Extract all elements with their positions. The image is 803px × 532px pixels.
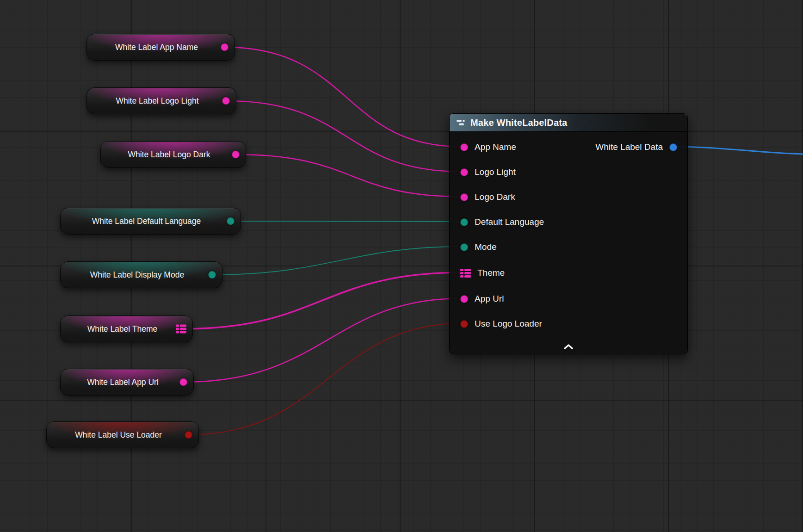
- node-get-white-label-display-mode[interactable]: White Label Display Mode: [60, 261, 222, 288]
- input-pin-string[interactable]: [460, 143, 468, 151]
- wire-logo-light[interactable]: [226, 101, 462, 172]
- node-label: White Label Theme: [61, 324, 192, 334]
- node-get-white-label-app-url[interactable]: White Label App Url: [60, 369, 194, 396]
- node-get-white-label-theme[interactable]: White Label Theme: [60, 315, 193, 342]
- pin-row-logo-dark: Logo Dark: [450, 188, 515, 206]
- node-label: White Label Use Loader: [47, 430, 198, 440]
- node-label: White Label Display Mode: [61, 270, 222, 280]
- wire-logo-dark[interactable]: [236, 155, 462, 197]
- pin-label: Logo Light: [475, 167, 516, 177]
- node-get-white-label-logo-dark[interactable]: White Label Logo Dark: [100, 141, 246, 168]
- pin-label: App Url: [475, 294, 504, 304]
- output-pin-string[interactable]: [222, 97, 230, 105]
- node-header[interactable]: Make WhiteLabelData: [450, 114, 687, 132]
- input-pin-string[interactable]: [460, 295, 468, 303]
- pin-label: App Name: [475, 142, 516, 152]
- node-get-white-label-default-language[interactable]: White Label Default Language: [60, 208, 241, 235]
- pin-label: White Label Data: [595, 142, 663, 152]
- output-pin-enum[interactable]: [208, 271, 216, 279]
- wire-app-name[interactable]: [225, 47, 462, 147]
- input-pin-struct-grid-icon[interactable]: [460, 269, 471, 278]
- collapse-chevron-icon[interactable]: [561, 343, 576, 350]
- node-get-white-label-logo-light[interactable]: White Label Logo Light: [86, 87, 236, 114]
- blueprint-canvas[interactable]: White Label App Name White Label Logo Li…: [0, 0, 803, 532]
- node-label: White Label Logo Light: [87, 96, 236, 106]
- pin-row-use-logo-loader: Use Logo Loader: [450, 315, 542, 333]
- pin-row-default-language: Default Language: [450, 213, 544, 231]
- node-get-white-label-app-name[interactable]: White Label App Name: [86, 34, 235, 61]
- pin-label: Logo Dark: [475, 192, 515, 202]
- input-pin-enum[interactable]: [460, 218, 468, 226]
- output-pin-string[interactable]: [221, 43, 229, 51]
- input-pin-bool[interactable]: [460, 320, 468, 328]
- output-pin-bool[interactable]: [185, 431, 192, 439]
- pin-row-logo-light: Logo Light: [450, 163, 516, 181]
- pin-row-white-label-data-output: White Label Data: [595, 138, 687, 156]
- pin-row-mode: Mode: [450, 238, 497, 256]
- pin-label: Use Logo Loader: [475, 319, 542, 329]
- pin-label: Mode: [475, 242, 497, 252]
- input-pin-enum[interactable]: [460, 243, 468, 251]
- wire-theme[interactable]: [183, 272, 462, 329]
- pin-label: Default Language: [475, 217, 544, 227]
- node-label: White Label App Name: [87, 43, 235, 52]
- output-pin-enum[interactable]: [227, 217, 235, 225]
- wire-white-label-data-out[interactable]: [672, 147, 803, 154]
- node-label: White Label Default Language: [61, 217, 241, 226]
- wire-mode[interactable]: [212, 247, 462, 275]
- output-pin-string[interactable]: [232, 151, 240, 159]
- output-pin-string[interactable]: [179, 378, 187, 386]
- node-make-whitelabeldata[interactable]: Make WhiteLabelData App Name Logo Light …: [449, 113, 688, 354]
- node-label: White Label App Url: [61, 377, 193, 387]
- input-pin-string[interactable]: [460, 193, 468, 201]
- pin-row-app-url: App Url: [450, 290, 504, 308]
- pin-row-theme: Theme: [450, 264, 505, 282]
- wire-app-url[interactable]: [184, 298, 462, 382]
- output-pin-struct-grid-icon[interactable]: [176, 325, 186, 334]
- wire-default-language[interactable]: [231, 221, 462, 222]
- node-title: Make WhiteLabelData: [470, 118, 567, 128]
- pin-row-app-name: App Name: [450, 138, 516, 156]
- node-label: White Label Logo Dark: [101, 150, 246, 160]
- output-pin-struct[interactable]: [669, 143, 677, 151]
- make-struct-icon: [456, 118, 466, 127]
- input-pin-string[interactable]: [460, 168, 468, 176]
- node-get-white-label-use-loader[interactable]: White Label Use Loader: [46, 421, 199, 448]
- pin-label: Theme: [477, 268, 505, 278]
